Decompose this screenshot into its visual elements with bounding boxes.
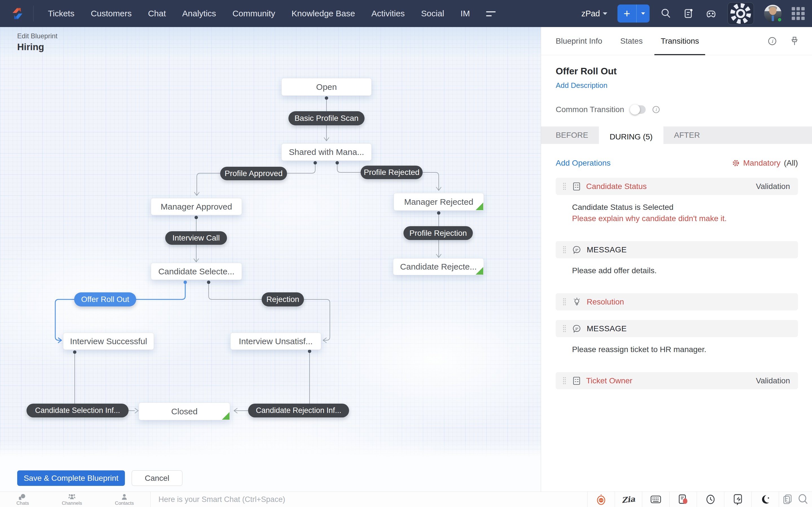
quick-create-button[interactable]: + (617, 4, 650, 22)
zoho-desk-logo[interactable] (8, 5, 27, 22)
chatbar-icons: Zia (587, 492, 812, 507)
night-mode-icon[interactable] (751, 492, 779, 507)
transition-candidate-selection-info[interactable]: Candidate Selection Inf... (27, 404, 129, 417)
user-avatar[interactable] (764, 5, 781, 22)
nav-item-chat[interactable]: Chat (140, 9, 174, 18)
lightbulb-icon (573, 297, 581, 307)
clock-icon[interactable] (697, 492, 724, 507)
nav-item-tickets[interactable]: Tickets (40, 9, 83, 18)
chats-label: Chats (16, 501, 29, 506)
state-node-candidate-selected[interactable]: Candidate Selecte... (151, 263, 242, 280)
drag-handle-icon[interactable] (562, 245, 566, 254)
save-complete-blueprint-button[interactable]: Save & Complete Blueprint (17, 470, 125, 486)
state-node-interview-unsatisfactory[interactable]: Interview Unsatisf... (231, 333, 321, 350)
nav-item-activities[interactable]: Activities (363, 9, 413, 18)
contacts-tab[interactable]: Contacts (115, 493, 134, 506)
state-node-open[interactable]: Open (282, 78, 371, 96)
stage-tab-during[interactable]: DURING (5) (599, 126, 663, 147)
chevron-down-icon (603, 12, 607, 15)
zia-icon[interactable]: Zia (615, 492, 642, 507)
tab-states[interactable]: States (620, 27, 643, 55)
operation-error-message: Please explain why candidate didn't make… (572, 213, 791, 224)
state-node-manager-rejected[interactable]: Manager Rejected (394, 193, 484, 211)
copy-icon[interactable] (783, 494, 792, 505)
smart-chat-bar: Chats Channels Contacts Here is your Sma… (0, 492, 812, 507)
add-operations-link[interactable]: Add Operations (556, 159, 611, 168)
drag-handle-icon[interactable] (562, 325, 566, 333)
mandatory-control[interactable]: Mandatory (All) (732, 159, 798, 168)
operation-header[interactable]: MESSAGE (556, 320, 798, 337)
operation-type-badge: Validation (756, 376, 790, 385)
notes-icon[interactable] (669, 492, 697, 507)
chats-tab[interactable]: Chats (16, 493, 29, 506)
transition-basic-profile-scan[interactable]: Basic Profile Scan (289, 111, 364, 125)
stage-tab-after[interactable]: AFTER (663, 126, 711, 144)
operation-card-message-1: MESSAGE Please add offer details. (556, 241, 798, 284)
nav-item-im[interactable]: IM (452, 9, 478, 18)
pin-icon[interactable] (790, 36, 799, 46)
person-icon (121, 494, 128, 500)
panel-tabs: Blueprint Info States Transitions i (541, 27, 812, 55)
svg-text:i: i (655, 107, 657, 112)
common-transition-toggle[interactable] (630, 105, 646, 114)
nav-overflow-icon[interactable] (486, 8, 497, 19)
add-description-link[interactable]: Add Description (556, 81, 608, 90)
operation-header[interactable]: Resolution (556, 293, 798, 311)
portal-switcher[interactable]: zPad (581, 9, 607, 18)
nav-item-knowledge-base[interactable]: Knowledge Base (283, 9, 363, 18)
operation-body: Please reassign ticket to HR manager. (556, 337, 798, 362)
apps-grid-icon[interactable] (792, 7, 805, 20)
state-node-interview-successful[interactable]: Interview Successful (63, 333, 154, 350)
svg-text:i: i (771, 38, 773, 44)
operation-message: Please reassign ticket to HR manager. (572, 344, 791, 355)
search-icon[interactable] (660, 7, 672, 20)
panel-body: Offer Roll Out Add Description Common Tr… (541, 66, 812, 389)
keyboard-icon[interactable] (642, 492, 669, 507)
feeds-icon[interactable] (682, 7, 695, 20)
nav-right-cluster: zPad + (581, 2, 812, 25)
transition-profile-approved[interactable]: Profile Approved (220, 167, 287, 180)
settings-button[interactable] (727, 2, 754, 25)
nav-item-social[interactable]: Social (413, 9, 453, 18)
search-icon[interactable] (797, 494, 809, 505)
stage-tab-strip: BEFORE DURING (5) AFTER (541, 126, 812, 144)
transition-rejection[interactable]: Rejection (262, 292, 304, 306)
transition-profile-rejected[interactable]: Profile Rejected (361, 166, 423, 179)
operation-header[interactable]: Candidate Status Validation (556, 178, 798, 195)
state-node-manager-approved[interactable]: Manager Approved (151, 198, 242, 215)
settings-gear-icon (728, 1, 754, 26)
state-node-candidate-rejected[interactable]: Candidate Rejecte... (393, 258, 484, 275)
tab-blueprint-info[interactable]: Blueprint Info (556, 27, 602, 55)
plus-icon[interactable]: + (617, 4, 637, 22)
smart-chat-input[interactable]: Here is your Smart Chat (Ctrl+Space) (151, 492, 587, 507)
recent-icon[interactable] (724, 492, 751, 507)
drag-handle-icon[interactable] (562, 377, 566, 385)
quick-create-dropdown[interactable] (637, 4, 650, 22)
games-icon[interactable] (705, 7, 717, 20)
drag-handle-icon[interactable] (562, 298, 566, 306)
state-node-shared-with-manager[interactable]: Shared with Mana... (282, 144, 371, 161)
stage-tab-before[interactable]: BEFORE (541, 126, 599, 144)
transition-candidate-rejection-info[interactable]: Candidate Rejection Inf... (248, 404, 349, 417)
operation-header[interactable]: MESSAGE (556, 241, 798, 258)
info-icon[interactable]: i (767, 36, 777, 46)
state-node-closed[interactable]: Closed (139, 402, 230, 420)
nav-item-customers[interactable]: Customers (83, 9, 140, 18)
operation-header[interactable]: Ticket Owner Validation (556, 372, 798, 389)
mandatory-scope: (All) (784, 159, 798, 168)
bot-icon[interactable] (587, 492, 615, 507)
nav-item-community[interactable]: Community (224, 9, 283, 18)
chat-tabs: Chats Channels Contacts (0, 492, 151, 507)
blueprint-canvas[interactable]: Edit Blueprint Hiring Open Shared with M… (0, 27, 541, 492)
operations-list: Candidate Status Validation Candidate St… (556, 178, 798, 389)
channels-tab[interactable]: Channels (62, 493, 82, 506)
operation-title: Resolution (587, 297, 624, 306)
info-icon[interactable]: i (652, 105, 660, 114)
transition-interview-call[interactable]: Interview Call (165, 231, 227, 245)
tab-transitions[interactable]: Transitions (661, 27, 699, 55)
transition-offer-roll-out-selected[interactable]: Offer Roll Out (74, 292, 136, 306)
drag-handle-icon[interactable] (562, 182, 566, 191)
nav-item-analytics[interactable]: Analytics (174, 9, 224, 18)
cancel-button[interactable]: Cancel (132, 470, 183, 486)
transition-profile-rejection[interactable]: Profile Rejection (403, 226, 473, 240)
